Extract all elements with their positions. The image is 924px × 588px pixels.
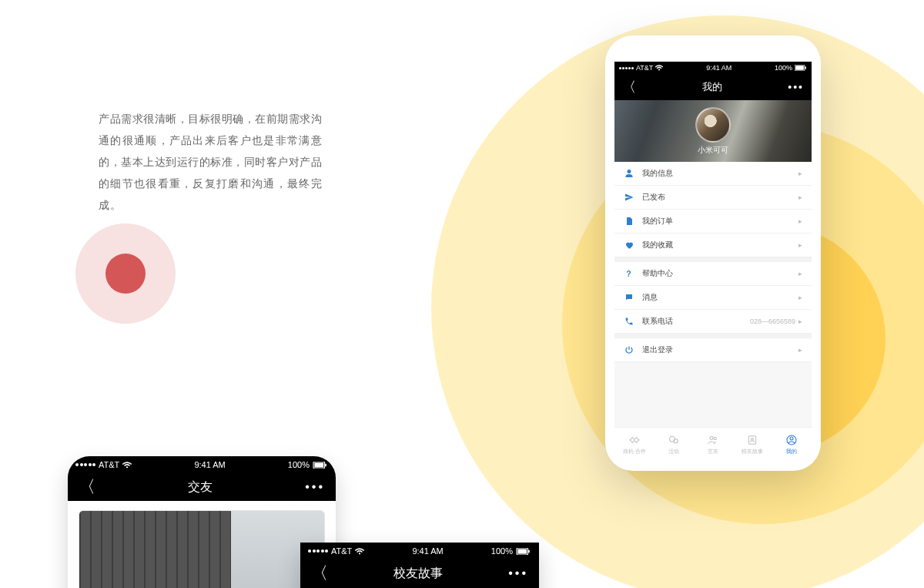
- tab-label: 商机·合作: [623, 448, 646, 455]
- svg-rect-16: [517, 549, 527, 553]
- send-icon: [624, 192, 634, 203]
- svg-rect-14: [325, 463, 326, 465]
- battery-icon: [313, 462, 328, 469]
- back-button[interactable]: 〈: [79, 475, 95, 499]
- svg-point-7: [714, 437, 716, 439]
- svg-point-9: [752, 438, 754, 440]
- status-bar: AT&T 9:41 AM 100%: [614, 62, 812, 74]
- tab-chat[interactable]: 活动: [654, 428, 693, 462]
- avatar[interactable]: [695, 107, 731, 143]
- menu-row-heart[interactable]: 我的收藏▸: [614, 234, 812, 257]
- battery-icon: [516, 548, 531, 555]
- people-icon: [707, 434, 719, 446]
- user-name: 小米可可: [698, 145, 728, 156]
- menu-row-doc[interactable]: 我的订单▸: [614, 210, 812, 234]
- svg-rect-2: [805, 67, 807, 69]
- nav-title: 交友: [188, 479, 213, 496]
- menu-label: 已发布: [642, 192, 798, 203]
- help-icon: ?: [624, 268, 634, 279]
- battery-label: 100%: [288, 460, 310, 469]
- menu-row-user[interactable]: 我的信息▸: [614, 162, 812, 186]
- back-button[interactable]: 〈: [622, 80, 636, 94]
- status-bar: AT&T 9:41 AM 100%: [68, 456, 336, 473]
- nav-bar: 〈 我的 •••: [614, 74, 812, 100]
- chevron-right-icon: ▸: [798, 346, 802, 354]
- time-label: 9:41 AM: [194, 460, 225, 469]
- svg-text:?: ?: [627, 270, 631, 278]
- msg-icon: [624, 292, 634, 303]
- back-button[interactable]: 〈: [311, 562, 328, 585]
- tab-people[interactable]: 交友: [693, 428, 732, 462]
- chevron-right-icon: ▸: [798, 294, 802, 301]
- svg-point-6: [710, 436, 713, 439]
- menu-label: 帮助中心: [642, 268, 798, 279]
- svg-point-11: [790, 437, 793, 440]
- profile-hero[interactable]: 小米可可: [614, 100, 812, 162]
- time-label: 9:41 AM: [412, 546, 443, 556]
- badge-icon: [746, 434, 758, 446]
- more-button[interactable]: •••: [508, 566, 528, 580]
- handshake-icon: [628, 434, 641, 446]
- menu-label: 我的订单: [642, 216, 798, 227]
- wifi-icon: [655, 65, 663, 71]
- menu-label: 我的信息: [642, 168, 798, 179]
- chat-icon: [668, 434, 680, 446]
- tab-me[interactable]: 我的: [772, 428, 812, 462]
- chevron-right-icon: ▸: [798, 170, 802, 177]
- phone-mockup-profile: AT&T 9:41 AM 100% 〈 我的 ••• 小米可可 我的信息▸已发布…: [605, 35, 821, 471]
- nav-bar: 〈 交友 •••: [68, 473, 336, 501]
- menu-row-help[interactable]: ?帮助中心▸: [614, 262, 812, 286]
- menu-row-msg[interactable]: 消息▸: [614, 286, 812, 310]
- chevron-right-icon: ▸: [798, 217, 802, 225]
- tab-bar: 商机·合作活动交友校友故事我的: [614, 427, 812, 462]
- chevron-right-icon: ▸: [798, 270, 802, 277]
- more-button[interactable]: •••: [788, 81, 804, 93]
- accent-dot: [75, 223, 176, 324]
- menu-label: 我的收藏: [642, 240, 798, 250]
- chevron-right-icon: ▸: [798, 193, 802, 201]
- menu-label: 消息: [642, 292, 798, 303]
- tab-label: 活动: [668, 448, 679, 455]
- carrier-label: AT&T: [636, 64, 653, 72]
- nav-bar: 〈 校友故事 •••: [300, 559, 539, 587]
- me-icon: [785, 434, 798, 446]
- doc-icon: [624, 216, 634, 227]
- chevron-right-icon: ▸: [798, 318, 802, 325]
- chevron-right-icon: ▸: [798, 241, 802, 249]
- menu-label: 退出登录: [642, 344, 798, 355]
- menu-label: 联系电话: [642, 316, 750, 327]
- tab-label: 交友: [708, 448, 718, 455]
- heart-icon: [624, 240, 634, 250]
- svg-point-5: [674, 439, 678, 443]
- friend-card-image[interactable]: [79, 510, 325, 588]
- tab-label: 我的: [786, 448, 797, 455]
- svg-rect-1: [795, 66, 804, 70]
- nav-title: 校友故事: [393, 566, 443, 582]
- phone-mockup-stories: AT&T 9:41 AM 100% 〈 校友故事 •••: [300, 543, 539, 588]
- svg-rect-17: [528, 549, 530, 552]
- svg-rect-13: [314, 462, 323, 467]
- nav-title: 我的: [702, 80, 722, 94]
- user-icon: [624, 168, 634, 179]
- battery-label: 100%: [491, 546, 513, 556]
- product-description: 产品需求很清晰，目标很明确，在前期需求沟通的很通顺，产品出来后客户也是非常满意的…: [99, 108, 322, 216]
- battery-label: 100%: [775, 64, 792, 72]
- menu-row-phone[interactable]: 联系电话028—6656589▸: [614, 310, 812, 334]
- menu-row-send[interactable]: 已发布▸: [614, 186, 812, 210]
- status-bar: AT&T 9:41 AM 100%: [300, 543, 539, 559]
- power-icon: [624, 344, 634, 355]
- tab-handshake[interactable]: 商机·合作: [614, 428, 654, 462]
- time-label: 9:41 AM: [706, 64, 732, 72]
- wifi-icon: [122, 462, 132, 469]
- menu-extra: 028—6656589: [750, 318, 795, 325]
- tab-badge[interactable]: 校友故事: [733, 428, 772, 462]
- carrier-label: AT&T: [331, 546, 352, 556]
- carrier-label: AT&T: [99, 460, 119, 469]
- tab-label: 校友故事: [742, 448, 763, 455]
- more-button[interactable]: •••: [305, 480, 325, 494]
- wifi-icon: [355, 548, 364, 555]
- phone-mockup-friends: AT&T 9:41 AM 100% 〈 交友 •••: [68, 456, 336, 588]
- phone-icon: [624, 316, 634, 327]
- menu-row-power[interactable]: 退出登录▸: [614, 338, 812, 362]
- battery-icon: [795, 65, 807, 71]
